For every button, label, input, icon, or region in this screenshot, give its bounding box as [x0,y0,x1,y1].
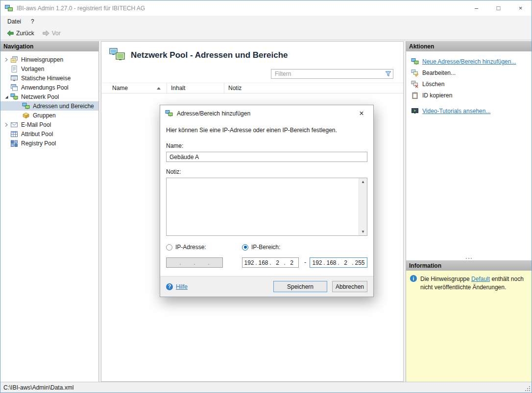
clipboard-icon [411,92,419,99]
actions-list: Neue Adresse/Bereich hinzufügen... Bearb… [406,51,532,256]
sidebar-item-anwendungs-pool[interactable]: Anwendungs Pool [0,83,98,92]
default-group-link[interactable]: Default [471,276,490,282]
ip-range-radio-group[interactable]: IP-Bereich: [242,244,280,251]
info-icon: i [410,275,417,282]
ip-octet[interactable]: 168 [258,259,269,266]
ip-octet[interactable]: 168 [326,259,338,266]
sidebar-item-vorlagen[interactable]: Vorlagen [0,64,98,73]
filter-box [271,69,393,79]
sidebar-item-label: Hinweisgruppen [21,56,63,63]
add-network-icon [411,58,419,66]
action-add-address[interactable]: Neue Adresse/Bereich hinzufügen... [410,57,528,66]
action-delete[interactable]: Löschen [410,80,528,89]
save-button[interactable]: Speichern [273,281,327,292]
column-header-notiz[interactable]: Notiz [224,83,403,93]
minimize-button[interactable]: – [465,0,487,16]
ip-range-label: IP-Bereich: [251,244,280,251]
action-label: Bearbeiten... [422,69,456,76]
range-separator: - [304,259,306,266]
vorlagen-icon [10,65,18,73]
help-label: Hilfe [176,283,188,290]
maximize-button[interactable]: □ [487,0,509,16]
column-header-inhalt[interactable]: Inhalt [167,83,224,93]
notiz-textarea[interactable] [167,178,359,235]
sort-ascending-icon [157,87,161,90]
chevron-right-icon[interactable] [2,121,10,129]
email-pool-icon [10,121,18,129]
resize-grip-icon[interactable] [525,386,531,392]
twisty-spacer [2,84,10,92]
app-icon [5,5,13,12]
dialog-footer: ? Hilfe Speichern Abbrechen [160,276,373,297]
ip-address-input[interactable]: ... [166,257,223,268]
ip-address-radio-group[interactable]: IP-Adresse: [166,244,206,251]
ip-octet[interactable]: 192 [312,259,323,266]
back-button[interactable]: Zurück [3,28,37,38]
column-label: Name [112,85,128,92]
dialog-title: Adresse/Bereich hinzufügen [177,110,351,117]
toolbar: Zurück Vor [0,27,532,40]
twisty-spacer [2,65,10,73]
sidebar-item-label: Adressen und Bereiche [33,103,94,110]
ip-inputs-row: ... 192.168.2.2 - 192.168.2.255 [166,257,367,268]
ip-range-radio[interactable] [242,244,248,251]
sidebar-item-label: Netzwerk Pool [21,93,59,100]
sidebar-item-label: Anwendungs Pool [21,84,69,91]
menu-help[interactable]: ? [26,17,39,26]
name-input[interactable] [166,152,367,162]
chevron-right-icon[interactable] [2,56,10,64]
action-copy-id[interactable]: ID kopieren [410,91,528,100]
column-header-name[interactable]: Name [101,83,167,93]
chevron-down-icon[interactable] [2,93,10,101]
dialog-network-icon [165,110,173,117]
panel-splitter[interactable] [406,256,532,260]
notiz-field: ▲ ▼ [166,178,367,236]
column-label: Inhalt [171,85,185,92]
close-button[interactable]: × [509,0,532,16]
forward-button[interactable]: Vor [39,28,64,38]
sidebar-item-attribut-pool[interactable]: Attribut Pool [0,129,98,139]
scroll-down-icon[interactable]: ▼ [361,228,365,235]
ip-address-radio[interactable] [166,244,172,251]
action-label: Löschen [422,81,444,88]
ip-octet[interactable]: 2 [340,259,352,266]
window-controls: – □ × [465,0,532,16]
menu-datei[interactable]: Datei [2,17,26,26]
sidebar-item-email-pool[interactable]: E-Mail Pool [0,120,98,129]
navigation-header: Navigation [0,41,98,51]
action-edit[interactable]: Bearbeiten... [410,69,528,77]
statusbar-path: C:\IBI-aws\Admin\Data.xml [3,384,73,391]
ip-octet[interactable]: 255 [354,259,366,266]
sidebar-item-adressen-und-bereiche[interactable]: Adressen und Bereiche [0,101,98,111]
registry-pool-icon [10,139,18,147]
dialog-close-icon[interactable]: × [355,107,368,120]
ip-octet[interactable]: 192 [243,259,255,266]
sidebar-item-registry-pool[interactable]: Registry Pool [0,139,98,148]
scroll-up-icon[interactable]: ▲ [361,178,365,185]
filter-row [101,67,403,83]
help-link[interactable]: ? Hilfe [166,283,268,290]
ip-range-end-input[interactable]: 192.168.2.255 [310,257,367,268]
filter-input[interactable] [271,70,383,77]
cancel-button[interactable]: Abbrechen [332,281,367,292]
statusbar: C:\IBI-aws\Admin\Data.xml [0,382,532,393]
main-header: Netzwerk Pool - Adressen und Bereiche [101,42,403,67]
name-label: Name: [166,142,367,149]
sidebar-item-gruppen[interactable]: Gruppen [0,111,98,120]
page-title: Netzwerk Pool - Adressen und Bereiche [131,50,288,60]
sidebar-item-hinweisgruppen[interactable]: Hinweisgruppen [0,55,98,64]
action-video-tutorials[interactable]: Video-Tutorials ansehen... [410,107,528,116]
sidebar-item-label: E-Mail Pool [21,121,51,128]
ip-range-start-input[interactable]: 192.168.2.2 [242,257,299,268]
action-label: ID kopieren [422,92,452,99]
ip-octet[interactable]: 2 [286,259,298,266]
twisty-spacer [2,139,10,147]
sidebar-item-label: Attribut Pool [21,131,53,138]
filter-funnel-icon[interactable] [383,71,393,77]
ip-octet[interactable]: 2 [272,259,284,266]
sidebar-item-netzwerk-pool[interactable]: Netzwerk Pool [0,92,98,101]
sidebar-item-statische-hinweise[interactable]: Statische Hinweise [0,73,98,83]
statische-hinweise-icon [10,74,18,82]
anwendungs-pool-icon [10,84,18,92]
notiz-scrollbar[interactable]: ▲ ▼ [359,178,367,235]
